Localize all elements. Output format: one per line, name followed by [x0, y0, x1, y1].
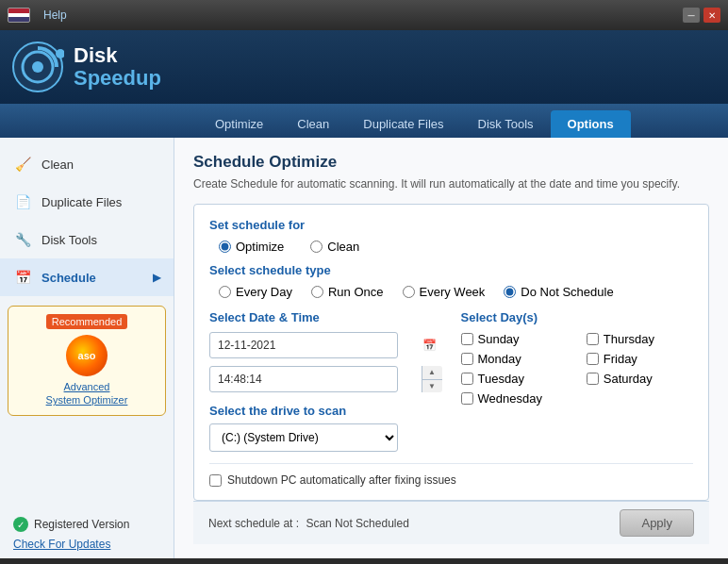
label-sunday: Sunday	[478, 332, 520, 346]
sidebar-item-schedule[interactable]: 📅 Schedule ▶	[0, 258, 174, 296]
checkbox-saturday[interactable]	[587, 373, 599, 385]
type-do-not-label: Do Not Schedule	[521, 285, 613, 299]
checkbox-tuesday[interactable]	[461, 373, 473, 385]
title-bar: Help ─ ✕	[0, 0, 728, 30]
days-grid: Sunday Thursday Monday Friday	[461, 332, 694, 406]
day-saturday[interactable]: Saturday	[587, 372, 693, 386]
label-tuesday: Tuesday	[478, 372, 524, 386]
type-every-week[interactable]: Every Week	[403, 285, 486, 299]
next-schedule-text: Next schedule at : Scan Not Scheduled	[208, 517, 409, 530]
days-col: Select Day(s) Sunday Thursday Monday	[461, 310, 694, 452]
shutdown-label: Shutdown PC automatically after fixing i…	[227, 473, 456, 487]
radio-clean[interactable]: Clean	[310, 240, 359, 254]
date-days-row: Select Date & Time 📅 ▲ ▼ Select the driv…	[209, 310, 693, 452]
minimize-button[interactable]: ─	[683, 8, 700, 23]
registered-check-icon: ✓	[13, 517, 28, 532]
logo-area: Disk Speedup	[11, 41, 161, 93]
disk-tools-icon: 🔧	[13, 230, 32, 249]
tab-optimize[interactable]: Optimize	[198, 110, 280, 138]
checkbox-monday[interactable]	[461, 353, 473, 365]
time-down-button[interactable]: ▼	[422, 379, 442, 393]
day-sunday[interactable]: Sunday	[461, 332, 568, 346]
label-saturday: Saturday	[604, 372, 653, 386]
app-header: Disk Speedup	[0, 30, 728, 104]
type-run-once[interactable]: Run Once	[311, 285, 384, 299]
label-monday: Monday	[478, 352, 521, 366]
drive-select[interactable]: (C:) (System Drive)	[209, 423, 398, 452]
type-every-day-label: Every Day	[236, 285, 292, 299]
aso-icon: aso	[66, 335, 108, 376]
nav-tabs: Optimize Clean Duplicate Files Disk Tool…	[0, 104, 728, 138]
apply-button[interactable]: Apply	[620, 509, 694, 537]
footer: Version: 3.4.1.18123 SYSTWEAK	[0, 558, 728, 564]
type-do-not-input[interactable]	[504, 286, 516, 298]
recommended-box: Recommended aso Advanced System Optimize…	[8, 306, 166, 416]
label-friday: Friday	[604, 352, 637, 366]
next-schedule-value: Scan Not Scheduled	[306, 517, 408, 530]
radio-clean-input[interactable]	[310, 241, 323, 253]
radio-optimize[interactable]: Optimize	[219, 240, 284, 254]
tab-options[interactable]: Options	[551, 110, 631, 138]
check-updates-link[interactable]: Check For Updates	[0, 536, 174, 558]
schedule-icon: 📅	[13, 268, 32, 287]
label-thursday: Thursday	[604, 332, 654, 346]
type-do-not[interactable]: Do Not Schedule	[504, 285, 613, 299]
sidebar-item-schedule-label: Schedule	[41, 271, 96, 285]
day-thursday[interactable]: Thursday	[587, 332, 693, 346]
label-wednesday: Wednesday	[478, 391, 542, 406]
shutdown-row: Shutdown PC automatically after fixing i…	[209, 463, 693, 487]
time-up-button[interactable]: ▲	[422, 366, 442, 379]
type-run-once-input[interactable]	[311, 286, 323, 298]
page-description: Create Schedule for automatic scanning. …	[193, 177, 709, 191]
duplicate-icon: 📄	[13, 192, 32, 211]
tab-clean[interactable]: Clean	[280, 110, 346, 138]
window-controls: ─ ✕	[683, 8, 720, 23]
time-spinner: ▲ ▼	[422, 366, 442, 392]
help-link[interactable]: Help	[43, 8, 67, 22]
title-bar-left: Help	[8, 8, 67, 23]
checkbox-thursday[interactable]	[587, 333, 599, 345]
close-button[interactable]: ✕	[703, 8, 720, 23]
schedule-for-row: Optimize Clean	[209, 240, 693, 254]
aso-link[interactable]: Advanced System Optimizer	[16, 380, 157, 407]
day-tuesday[interactable]: Tuesday	[461, 372, 568, 386]
type-every-week-input[interactable]	[403, 286, 415, 298]
sidebar-item-duplicate-files[interactable]: 📄 Duplicate Files	[0, 183, 174, 221]
sidebar-item-disk-tools[interactable]: 🔧 Disk Tools	[0, 221, 174, 258]
date-time-col: Select Date & Time 📅 ▲ ▼ Select the driv…	[209, 310, 442, 452]
bottom-bar: Next schedule at : Scan Not Scheduled Ap…	[193, 501, 709, 544]
date-input[interactable]	[209, 332, 398, 358]
calendar-icon: 📅	[422, 339, 437, 352]
schedule-type-label: Select schedule type	[209, 263, 693, 277]
checkbox-wednesday[interactable]	[461, 392, 473, 405]
schedule-panel: Set schedule for Optimize Clean Select s…	[193, 204, 709, 501]
page-title: Schedule Optimize	[193, 153, 709, 172]
type-every-week-label: Every Week	[420, 285, 486, 299]
tab-disk-tools[interactable]: Disk Tools	[461, 110, 551, 138]
svg-point-2	[32, 61, 43, 73]
sidebar-item-clean[interactable]: 🧹 Clean	[0, 145, 174, 183]
sidebar-item-clean-label: Clean	[41, 158, 74, 172]
shutdown-checkbox[interactable]	[209, 474, 222, 487]
day-wednesday[interactable]: Wednesday	[461, 391, 568, 406]
sidebar: 🧹 Clean 📄 Duplicate Files 🔧 Disk Tools 📅…	[0, 138, 174, 558]
main-layout: 🧹 Clean 📄 Duplicate Files 🔧 Disk Tools 📅…	[0, 138, 728, 558]
clean-icon: 🧹	[13, 155, 32, 174]
day-monday[interactable]: Monday	[461, 352, 568, 366]
type-run-once-label: Run Once	[328, 285, 384, 299]
schedule-type-row: Every Day Run Once Every Week Do Not Sch…	[209, 285, 693, 299]
sidebar-item-duplicate-label: Duplicate Files	[41, 195, 122, 209]
content-area: Schedule Optimize Create Schedule for au…	[174, 138, 728, 558]
chevron-right-icon: ▶	[153, 272, 160, 284]
date-input-wrap: 📅	[209, 332, 442, 358]
registered-row: ✓ Registered Version	[0, 509, 174, 536]
radio-optimize-input[interactable]	[219, 241, 231, 253]
logo-icon	[11, 41, 64, 93]
type-every-day[interactable]: Every Day	[219, 285, 292, 299]
checkbox-friday[interactable]	[587, 353, 599, 365]
tab-duplicate-files[interactable]: Duplicate Files	[346, 110, 460, 138]
checkbox-sunday[interactable]	[461, 333, 473, 345]
time-input[interactable]	[209, 366, 398, 392]
type-every-day-input[interactable]	[219, 286, 231, 298]
day-friday[interactable]: Friday	[587, 352, 693, 366]
